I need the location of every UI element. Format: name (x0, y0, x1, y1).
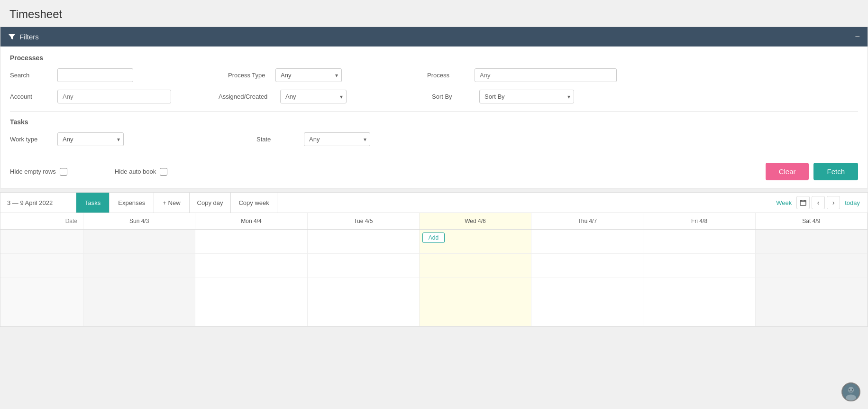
cal-header-row: Date Sun 4/3 Mon 4/4 Tue 4/5 Wed 4/6 Thu… (0, 213, 868, 230)
sat-cell-4 (756, 302, 868, 326)
work-type-label: Work type (10, 136, 53, 143)
col-fri-header: Fri 4/8 (643, 213, 755, 229)
sun-cell-2 (83, 254, 195, 278)
fetch-button[interactable]: Fetch (813, 163, 858, 180)
clear-button[interactable]: Clear (766, 163, 809, 180)
account-input[interactable] (57, 90, 171, 103)
tue-cell-3 (308, 278, 420, 302)
col-date-header: Date (0, 213, 83, 229)
state-group: State Any (256, 132, 370, 146)
date-cell-1 (0, 230, 83, 253)
state-label: State (256, 136, 299, 143)
assigned-created-wrapper: Any (280, 90, 347, 103)
fri-cell-4 (643, 302, 755, 326)
process-type-group: Process Type Any (228, 68, 342, 82)
tue-cell-1 (308, 230, 420, 253)
bottom-divider (10, 154, 858, 154)
date-cell-3 (0, 278, 83, 302)
tab-tasks[interactable]: Tasks (76, 193, 110, 213)
week-label[interactable]: Week (773, 199, 795, 206)
page-title: Timesheet (0, 0, 868, 27)
filter-icon (8, 33, 16, 41)
sort-by-select[interactable]: Sort By (479, 90, 574, 103)
prev-week-button[interactable]: ‹ (812, 196, 825, 209)
wed-cell-3 (420, 278, 531, 302)
col-mon-header: Mon 4/4 (195, 213, 307, 229)
fri-cell-1 (643, 230, 755, 253)
filters-label: Filters (19, 33, 39, 41)
calendar-icon[interactable] (796, 196, 810, 209)
section-divider (10, 111, 858, 112)
hide-auto-book-checkbox[interactable] (160, 168, 167, 176)
mon-cell-1 (195, 230, 307, 253)
work-type-select[interactable]: Any (57, 132, 124, 146)
work-type-group: Work type Any (10, 132, 124, 146)
tue-cell-4 (308, 302, 420, 326)
sat-cell-1 (756, 230, 868, 253)
account-label: Account (10, 93, 53, 100)
sun-cell-4 (83, 302, 195, 326)
copy-day-button[interactable]: Copy day (190, 193, 231, 213)
col-sun-header: Sun 4/3 (83, 213, 195, 229)
filter-row-1: Search Process Type Any Process (10, 68, 858, 82)
assigned-created-label: Assigned/Created (219, 93, 275, 100)
fri-cell-2 (643, 254, 755, 278)
add-button[interactable]: Add (422, 232, 445, 243)
state-select[interactable]: Any (304, 132, 370, 146)
filter-row-3: Work type Any State Any (10, 132, 858, 146)
sort-by-group: Sort By Sort By (432, 90, 574, 103)
hide-auto-book-label: Hide auto book (115, 168, 156, 175)
assigned-created-select[interactable]: Any (280, 90, 347, 103)
tab-expenses[interactable]: Expenses (110, 193, 154, 213)
col-wed-header: Wed 4/6 (420, 213, 531, 229)
next-week-button[interactable]: › (827, 196, 840, 209)
date-cell-2 (0, 254, 83, 278)
hide-auto-book-group: Hide auto book (115, 168, 167, 176)
mon-cell-3 (195, 278, 307, 302)
filters-body: Processes Search Process Type Any Proces… (0, 46, 868, 188)
work-type-wrapper: Any (57, 132, 124, 146)
sort-by-wrapper: Sort By (479, 90, 574, 103)
calendar-grid: Date Sun 4/3 Mon 4/4 Tue 4/5 Wed 4/6 Thu… (0, 213, 868, 327)
date-range: 3 — 9 April 2022 (0, 193, 76, 213)
col-sat-header: Sat 4/9 (756, 213, 868, 229)
filter-row-2: Account Assigned/Created Any Sort By Sor… (10, 90, 858, 103)
sat-cell-2 (756, 254, 868, 278)
mon-cell-2 (195, 254, 307, 278)
thu-cell-3 (531, 278, 643, 302)
wed-cell-2 (420, 254, 531, 278)
table-row (0, 254, 868, 278)
search-label: Search (10, 72, 53, 79)
tasks-section-title: Tasks (10, 118, 858, 126)
filters-minimize[interactable]: − (855, 32, 860, 42)
process-input[interactable] (475, 68, 617, 82)
mon-cell-4 (195, 302, 307, 326)
hide-empty-rows-checkbox[interactable] (60, 168, 67, 176)
wed-cell-4 (420, 302, 531, 326)
process-label: Process (427, 72, 470, 79)
sort-by-label: Sort By (432, 93, 475, 100)
search-input[interactable] (57, 68, 133, 82)
col-thu-header: Thu 4/7 (531, 213, 643, 229)
process-group: Process (427, 68, 617, 82)
filters-header-left: Filters (8, 33, 39, 41)
action-buttons: Clear Fetch (766, 163, 858, 180)
process-type-label: Process Type (228, 72, 271, 79)
new-button[interactable]: + New (154, 193, 189, 213)
account-group: Account (10, 90, 171, 103)
col-tue-header: Tue 4/5 (308, 213, 420, 229)
thu-cell-4 (531, 302, 643, 326)
filters-header[interactable]: Filters − (0, 27, 868, 46)
hide-empty-rows-group: Hide empty rows (10, 168, 67, 176)
assigned-created-group: Assigned/Created Any (219, 90, 347, 103)
thu-cell-1 (531, 230, 643, 253)
sun-cell-1 (83, 230, 195, 253)
process-type-wrapper: Any (275, 68, 342, 82)
date-cell-4 (0, 302, 83, 326)
fri-cell-3 (643, 278, 755, 302)
copy-week-button[interactable]: Copy week (231, 193, 277, 213)
state-wrapper: Any (304, 132, 370, 146)
bottom-row: Hide empty rows Hide auto book Clear Fet… (10, 161, 858, 180)
process-type-select[interactable]: Any (275, 68, 342, 82)
today-button[interactable]: today (842, 199, 863, 206)
